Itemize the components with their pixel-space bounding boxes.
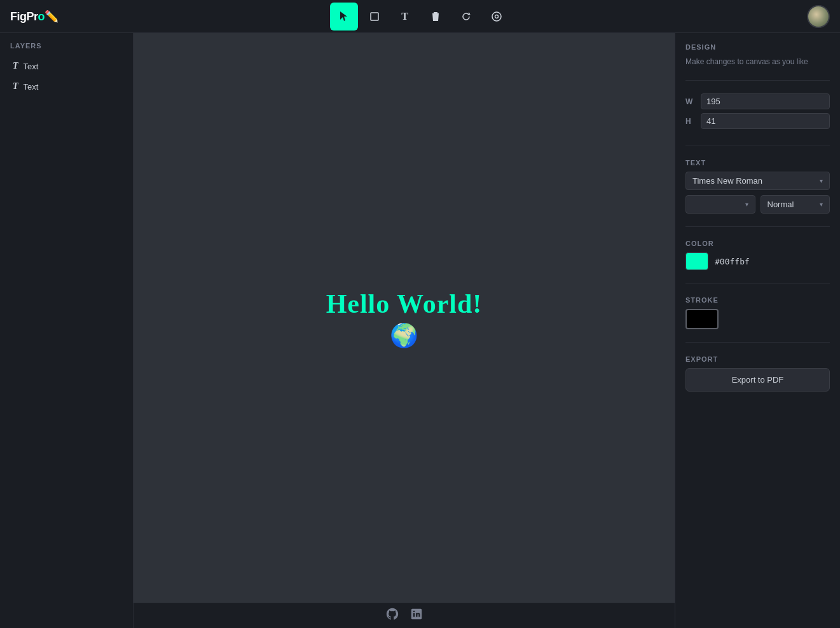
color-section-title: COLOR bbox=[685, 240, 830, 247]
svg-point-2 bbox=[492, 12, 501, 21]
color-section: COLOR #00ffbf bbox=[685, 240, 830, 270]
main-area: Layers T Text T Text Hello World! 🌍 bbox=[0, 33, 840, 628]
delete-tool-button[interactable] bbox=[422, 3, 450, 31]
linkedin-icon[interactable] bbox=[410, 607, 423, 624]
text-section-title: TEXT bbox=[685, 159, 830, 167]
divider-5 bbox=[685, 342, 830, 343]
avatar[interactable] bbox=[807, 5, 830, 28]
export-section: EXPORT Export to PDF bbox=[685, 355, 830, 392]
right-panel: DESIGN Make changes to canvas as you lik… bbox=[675, 33, 840, 628]
svg-marker-0 bbox=[340, 11, 347, 21]
select-tool-button[interactable] bbox=[330, 3, 358, 31]
design-section: DESIGN Make changes to canvas as you lik… bbox=[685, 43, 830, 67]
export-pdf-button[interactable]: Export to PDF bbox=[685, 368, 830, 392]
font-family-value: Times New Roman bbox=[692, 176, 762, 186]
canvas-content: Hello World! 🌍 bbox=[326, 289, 483, 347]
stroke-section: STROKE bbox=[685, 296, 830, 329]
github-icon[interactable] bbox=[385, 607, 399, 624]
text-section: TEXT Times New Roman ▾ ▾ Normal ▾ bbox=[685, 159, 830, 214]
design-title: DESIGN bbox=[685, 43, 830, 51]
canvas[interactable]: Hello World! 🌍 bbox=[134, 33, 675, 603]
layers-header: Layers bbox=[0, 33, 133, 56]
width-label: W bbox=[685, 97, 694, 106]
toolbar: T bbox=[330, 3, 511, 31]
svg-rect-1 bbox=[371, 13, 378, 20]
logo: FigPro✏️ bbox=[0, 10, 134, 24]
font-weight-chevron: ▾ bbox=[820, 201, 823, 208]
color-row: #00ffbf bbox=[685, 252, 830, 270]
font-style-chevron: ▾ bbox=[745, 201, 748, 208]
topbar: FigPro✏️ T bbox=[0, 0, 840, 33]
font-weight-value: Normal bbox=[768, 200, 794, 209]
font-weight-selector[interactable]: Normal ▾ bbox=[761, 195, 830, 214]
layer-item-2[interactable]: T Text bbox=[3, 76, 130, 97]
divider-2 bbox=[685, 146, 830, 146]
font-family-selector[interactable]: Times New Roman ▾ bbox=[685, 172, 830, 190]
frame-tool-button[interactable] bbox=[361, 3, 389, 31]
stroke-swatch[interactable] bbox=[685, 309, 719, 329]
layer-label-2: Text bbox=[24, 82, 39, 92]
design-desc: Make changes to canvas as you like bbox=[685, 56, 830, 67]
font-style-selector[interactable]: ▾ bbox=[685, 195, 755, 214]
width-input[interactable]: 195 bbox=[701, 93, 830, 109]
height-row: H 41 bbox=[685, 113, 830, 129]
divider-4 bbox=[685, 283, 830, 283]
width-row: W 195 bbox=[685, 93, 830, 109]
color-swatch[interactable] bbox=[685, 252, 708, 270]
comment-tool-button[interactable] bbox=[483, 3, 511, 31]
height-label: H bbox=[685, 117, 694, 126]
rotate-tool-button[interactable] bbox=[452, 3, 480, 31]
canvas-main-text: Hello World! bbox=[326, 289, 483, 319]
text-icon-2: T bbox=[13, 81, 18, 92]
font-style-row: ▾ Normal ▾ bbox=[685, 195, 830, 214]
layer-item-1[interactable]: T Text bbox=[3, 56, 130, 76]
bottom-bar bbox=[134, 603, 675, 628]
divider-3 bbox=[685, 226, 830, 227]
globe-emoji: 🌍 bbox=[390, 324, 418, 347]
dimensions-section: W 195 H 41 bbox=[685, 93, 830, 133]
canvas-wrapper: Hello World! 🌍 bbox=[134, 33, 675, 628]
height-input[interactable]: 41 bbox=[701, 113, 830, 129]
app-name: FigPro✏️ bbox=[10, 10, 59, 24]
color-hex-value: #00ffbf bbox=[715, 257, 750, 266]
export-section-title: EXPORT bbox=[685, 355, 830, 363]
text-icon-1: T bbox=[13, 61, 18, 71]
sidebar: Layers T Text T Text bbox=[0, 33, 134, 628]
stroke-section-title: STROKE bbox=[685, 296, 830, 304]
svg-point-3 bbox=[495, 15, 498, 18]
text-tool-button[interactable]: T bbox=[391, 3, 419, 31]
divider-1 bbox=[685, 80, 830, 81]
font-family-chevron: ▾ bbox=[820, 177, 823, 184]
layer-label-1: Text bbox=[24, 62, 39, 71]
